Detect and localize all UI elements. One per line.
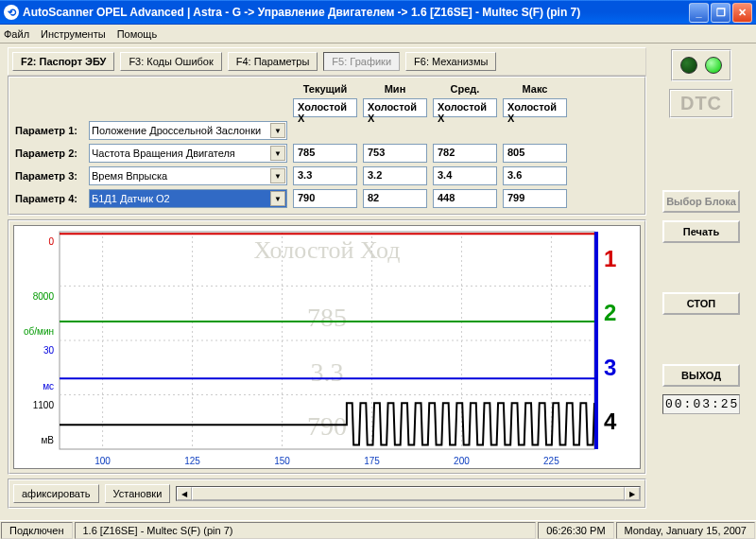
svg-text:150: 150 (274, 456, 290, 466)
titlebar: AutoScanner OPEL Advanced | Astra - G ->… (0, 0, 756, 25)
parameter-grid: Текущий Мин Сред. Макс Холостой Х Холост… (8, 76, 646, 216)
param2-combo[interactable]: Частота Вращения Двигателя ▼ (89, 144, 287, 163)
svg-text:790: 790 (307, 411, 347, 441)
exit-button[interactable]: ВЫХОД (662, 364, 740, 387)
chevron-down-icon: ▼ (270, 146, 285, 161)
svg-text:785: 785 (307, 303, 347, 332)
status-date: Monday, January 15, 2007 (616, 522, 755, 539)
scroll-thumb[interactable] (192, 487, 625, 500)
col-max: Макс (503, 83, 567, 95)
select-block-button[interactable]: Выбор Блока (662, 190, 740, 213)
svg-text:225: 225 (543, 456, 559, 466)
param3-label: Параметр 3: (15, 170, 83, 182)
svg-text:125: 125 (184, 456, 200, 466)
led-1 (680, 57, 697, 74)
param4-label: Параметр 4: (15, 193, 83, 204)
dtc-indicator: DTC (669, 89, 733, 118)
chevron-down-icon: ▼ (270, 191, 285, 206)
menu-tools[interactable]: Инструменты (41, 28, 106, 40)
p4-min: 82 (363, 189, 427, 208)
svg-text:0: 0 (48, 236, 54, 247)
col-avg: Сред. (433, 83, 497, 95)
scroll-right-button[interactable]: ▶ (625, 487, 640, 500)
svg-text:2: 2 (604, 300, 616, 325)
minimize-button[interactable]: _ (689, 3, 709, 23)
maximize-button[interactable]: ❐ (711, 3, 730, 23)
menu-help[interactable]: Помощь (117, 28, 158, 40)
svg-text:об/мин: об/мин (24, 326, 54, 337)
chart-panel: 1028000об/мин785330мс3.341100мВ790Холост… (8, 219, 646, 475)
param1-label: Параметр 1: (15, 125, 83, 136)
p4-avg: 448 (433, 189, 497, 208)
menubar: Файл Инструменты Помощь (0, 25, 756, 43)
mode-cur: Холостой Х (293, 98, 357, 117)
p4-max: 799 (503, 189, 567, 208)
status-module: 1.6 [Z16SE] - Multec S(F) (pin 7) (75, 522, 537, 539)
p2-max: 805 (503, 144, 567, 163)
param4-combo[interactable]: Б1Д1 Датчик O2 ▼ (89, 189, 287, 208)
svg-text:4: 4 (604, 409, 617, 434)
p3-min: 3.2 (363, 166, 427, 185)
mode-min: Холостой Х (363, 98, 427, 117)
timer-display: 00:03:25 (662, 394, 740, 414)
led-2 (705, 57, 722, 74)
p3-avg: 3.4 (433, 166, 497, 185)
svg-text:100: 100 (94, 456, 111, 466)
svg-text:1: 1 (604, 246, 616, 271)
svg-text:мс: мс (43, 381, 54, 391)
f5-button[interactable]: F5: Графики (323, 52, 400, 71)
hscrollbar[interactable]: ◀ ▶ (176, 486, 641, 501)
chevron-down-icon: ▼ (270, 168, 285, 183)
param2-label: Параметр 2: (15, 148, 83, 159)
p2-avg: 782 (433, 144, 497, 163)
f4-button[interactable]: F4: Параметры (228, 52, 318, 71)
chart: 1028000об/мин785330мс3.341100мВ790Холост… (13, 225, 641, 469)
p3-max: 3.6 (503, 166, 567, 185)
p2-min: 753 (363, 144, 427, 163)
app-icon (4, 5, 19, 20)
p3-cur: 3.3 (293, 166, 357, 185)
svg-text:175: 175 (364, 456, 380, 466)
stop-button[interactable]: СТОП (662, 292, 740, 315)
chevron-down-icon: ▼ (270, 123, 285, 138)
led-panel (671, 49, 731, 81)
mode-max: Холостой Х (503, 98, 567, 117)
window-title: AutoScanner OPEL Advanced | Astra - G ->… (23, 6, 687, 19)
menu-file[interactable]: Файл (4, 28, 29, 40)
svg-text:Холостой Ход: Холостой Ход (253, 236, 400, 264)
svg-text:200: 200 (454, 456, 470, 466)
statusbar: Подключен 1.6 [Z16SE] - Multec S(F) (pin… (0, 520, 756, 539)
status-connected: Подключен (1, 522, 73, 539)
svg-text:3: 3 (604, 355, 616, 380)
settings-button[interactable]: Установки (105, 484, 171, 503)
param3-combo[interactable]: Время Впрыска ▼ (89, 166, 287, 185)
close-button[interactable]: ✕ (732, 3, 752, 23)
print-button[interactable]: Печать (662, 220, 740, 243)
svg-text:8000: 8000 (33, 291, 55, 302)
svg-text:30: 30 (43, 345, 55, 356)
svg-text:3.3: 3.3 (311, 357, 344, 387)
f6-button[interactable]: F6: Механизмы (405, 52, 496, 71)
col-min: Мин (363, 83, 427, 95)
scroll-left-button[interactable]: ◀ (177, 487, 192, 500)
svg-text:1100: 1100 (33, 400, 55, 410)
svg-text:мВ: мВ (41, 435, 54, 445)
mode-avg: Холостой Х (433, 98, 497, 117)
p2-cur: 785 (293, 144, 357, 163)
fix-button[interactable]: афиксировать (13, 484, 99, 503)
function-toolbar: F2: Паспорт ЭБУ F3: Коды Ошибок F4: Пара… (8, 47, 646, 76)
f3-button[interactable]: F3: Коды Ошибок (120, 52, 221, 71)
bottom-controls: афиксировать Установки ◀ ▶ (8, 478, 646, 509)
param1-combo[interactable]: Положение Дроссельной Заслонки ▼ (89, 121, 287, 140)
col-current: Текущий (293, 83, 357, 95)
p4-cur: 790 (293, 189, 357, 208)
status-time: 06:26:30 PM (538, 522, 613, 539)
f2-button[interactable]: F2: Паспорт ЭБУ (12, 52, 114, 71)
